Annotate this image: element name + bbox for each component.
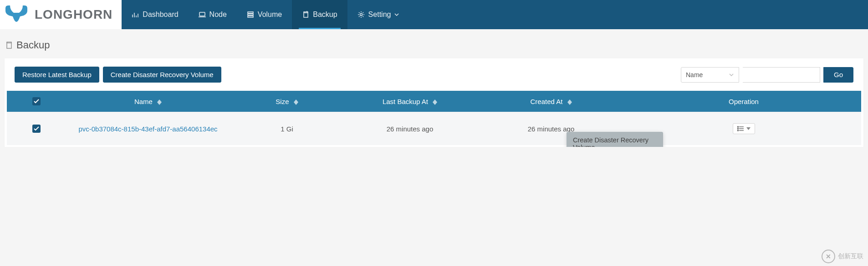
row-checkbox[interactable] xyxy=(32,125,41,133)
caret-down-icon xyxy=(746,127,751,130)
cell-size: 1 Gi xyxy=(230,112,344,146)
svg-rect-6 xyxy=(7,43,11,48)
page-title-row: Backup xyxy=(0,29,868,58)
logo[interactable]: LONGHORN xyxy=(0,0,122,29)
menu-create-dr-volume[interactable]: Create Disaster Recovery Volume xyxy=(567,132,663,147)
volume-name-link[interactable]: pvc-0b37084c-815b-43ef-afd7-aa56406134ec xyxy=(78,125,217,133)
go-button[interactable]: Go xyxy=(823,67,853,83)
sort-icon xyxy=(433,99,437,105)
page-title: Backup xyxy=(16,39,50,51)
select-all-header xyxy=(7,91,66,112)
select-all-checkbox[interactable] xyxy=(32,97,41,105)
operation-menu-button[interactable] xyxy=(733,123,755,134)
sort-icon xyxy=(567,99,572,105)
nav-label: Node xyxy=(209,10,227,19)
nav-setting[interactable]: Setting xyxy=(347,0,409,29)
chart-icon xyxy=(132,11,139,18)
svg-rect-4 xyxy=(304,13,308,17)
toolbar: Restore Latest Backup Create Disaster Re… xyxy=(5,58,863,91)
gear-icon xyxy=(357,11,365,18)
nav-label: Setting xyxy=(368,10,391,19)
svg-point-7 xyxy=(737,126,738,127)
search-input[interactable] xyxy=(743,67,820,83)
stack-icon xyxy=(247,11,254,18)
svg-rect-3 xyxy=(248,16,253,17)
svg-rect-0 xyxy=(199,12,205,16)
backup-table: Name Size Last Backu xyxy=(7,91,861,145)
logo-text: LONGHORN xyxy=(35,7,112,22)
svg-point-5 xyxy=(360,14,362,16)
col-created[interactable]: Created At xyxy=(476,91,626,112)
copy-icon xyxy=(5,41,13,49)
restore-latest-backup-button[interactable]: Restore Latest Backup xyxy=(15,67,99,83)
nav-backup[interactable]: Backup xyxy=(292,0,347,29)
nav-label: Dashboard xyxy=(143,10,178,19)
sort-icon xyxy=(294,99,298,105)
chevron-down-icon xyxy=(729,72,734,78)
cell-last-backup: 26 minutes ago xyxy=(344,112,476,146)
list-icon xyxy=(737,126,744,131)
svg-point-9 xyxy=(737,130,738,131)
nav-label: Backup xyxy=(313,10,337,19)
filter-field-select[interactable]: Name xyxy=(681,67,739,83)
main-card: Restore Latest Backup Create Disaster Re… xyxy=(5,58,863,147)
col-operation: Operation xyxy=(626,91,861,112)
col-last-backup[interactable]: Last Backup At xyxy=(344,91,476,112)
operation-dropdown: Create Disaster Recovery Volume Restore … xyxy=(567,132,663,147)
table-row: pvc-0b37084c-815b-43ef-afd7-aa56406134ec… xyxy=(7,112,861,146)
top-navbar: LONGHORN Dashboard Node Volume Backup Se… xyxy=(0,0,868,29)
check-icon xyxy=(34,99,39,104)
chevron-down-icon xyxy=(394,12,399,17)
nav-node[interactable]: Node xyxy=(189,0,237,29)
check-icon xyxy=(34,126,39,131)
svg-point-8 xyxy=(737,128,738,129)
laptop-icon xyxy=(199,11,206,18)
svg-rect-1 xyxy=(248,12,253,13)
filter-field-value: Name xyxy=(686,71,703,78)
create-dr-volume-button[interactable]: Create Disaster Recovery Volume xyxy=(103,67,221,83)
sort-icon xyxy=(157,99,162,105)
nav-volume[interactable]: Volume xyxy=(237,0,292,29)
longhorn-logo-icon xyxy=(4,4,29,26)
col-name[interactable]: Name xyxy=(66,91,230,112)
col-size[interactable]: Size xyxy=(230,91,344,112)
nav-label: Volume xyxy=(258,10,282,19)
nav-dashboard[interactable]: Dashboard xyxy=(122,0,188,29)
copy-icon xyxy=(302,11,309,18)
nav-items: Dashboard Node Volume Backup Setting xyxy=(122,0,409,29)
svg-rect-2 xyxy=(248,14,253,16)
